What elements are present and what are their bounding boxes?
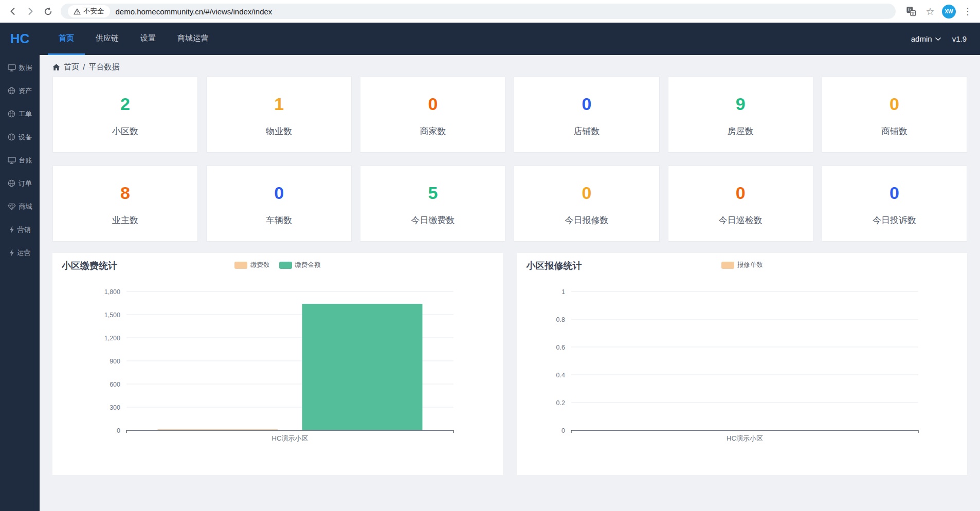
stat-label: 商家数 bbox=[360, 125, 505, 137]
stat-value: 0 bbox=[207, 183, 351, 203]
warning-icon bbox=[74, 8, 81, 15]
charts-row: 小区缴费统计缴费数缴费金额03006009001,2001,5001,800HC… bbox=[52, 253, 967, 475]
sidebar-item-8[interactable]: 运营 bbox=[0, 241, 40, 264]
bar-缴费金额[interactable] bbox=[302, 304, 423, 430]
breadcrumb-current: 平台数据 bbox=[88, 62, 119, 72]
monitor-icon bbox=[8, 157, 16, 164]
nav-tab-3[interactable]: 商城运营 bbox=[167, 23, 219, 55]
legend-item[interactable]: 缴费金额 bbox=[279, 261, 321, 269]
legend-label: 缴费数 bbox=[250, 261, 270, 269]
svg-text:0.8: 0.8 bbox=[556, 316, 565, 323]
browser-actions: G 文 ☆ XW ⋮ bbox=[904, 4, 975, 19]
stat-label: 房屋数 bbox=[668, 125, 813, 137]
stat-value: 8 bbox=[53, 183, 197, 203]
user-name: admin bbox=[911, 34, 932, 43]
legend-item[interactable]: 报修单数 bbox=[721, 261, 763, 269]
svg-text:1,200: 1,200 bbox=[104, 335, 120, 342]
reload-icon bbox=[43, 7, 53, 16]
chart-plot: 03006009001,2001,5001,800HC演示小区 bbox=[52, 280, 503, 472]
browser-chrome: 不安全 demo.homecommunity.cn/#/views/index/… bbox=[0, 0, 980, 23]
svg-text:0.2: 0.2 bbox=[556, 399, 565, 407]
dots-glyph: ⋮ bbox=[963, 6, 972, 17]
back-arrow-icon bbox=[8, 6, 18, 16]
nav-tab-0[interactable]: 首页 bbox=[48, 23, 85, 55]
stat-card-6: 8业主数 bbox=[52, 166, 198, 242]
stat-label: 今日报修数 bbox=[514, 214, 659, 226]
sidebar-item-1[interactable]: 资产 bbox=[0, 79, 40, 102]
bookmark-star-icon[interactable]: ☆ bbox=[923, 4, 937, 19]
stat-card-7: 0车辆数 bbox=[206, 166, 352, 242]
navbar-right: admin v1.9 bbox=[911, 23, 980, 55]
sidebar-item-label: 数据 bbox=[19, 63, 32, 72]
main-layout: 数据资产工单设备台账订单商城营销运营 首页 / 平台数据 2小区数1物业数0商家… bbox=[0, 55, 980, 511]
globe-icon bbox=[8, 179, 15, 187]
svg-text:1,500: 1,500 bbox=[104, 312, 120, 319]
stat-label: 物业数 bbox=[207, 125, 351, 137]
stat-value: 0 bbox=[668, 183, 813, 203]
chart-legend: 报修单数 bbox=[517, 261, 968, 269]
url-text: demo.homecommunity.cn/#/views/index/inde… bbox=[116, 7, 273, 16]
stat-label: 今日投诉数 bbox=[822, 214, 967, 226]
sidebar-item-7[interactable]: 营销 bbox=[0, 218, 40, 241]
sidebar-item-label: 台账 bbox=[19, 156, 32, 165]
security-chip[interactable]: 不安全 bbox=[68, 5, 110, 17]
top-menu: 首页供应链设置商城运营 bbox=[48, 23, 219, 55]
stat-cards: 2小区数1物业数0商家数0店铺数9房屋数0商铺数8业主数0车辆数5今日缴费数0今… bbox=[52, 77, 967, 242]
sidebar-item-3[interactable]: 设备 bbox=[0, 125, 40, 149]
translate-glyph-icon: G 文 bbox=[906, 6, 916, 16]
stat-card-2: 0商家数 bbox=[360, 77, 505, 153]
stat-card-11: 0今日投诉数 bbox=[822, 166, 967, 242]
stat-label: 今日缴费数 bbox=[360, 214, 505, 226]
home-icon bbox=[52, 64, 60, 71]
svg-text:300: 300 bbox=[110, 404, 120, 411]
stat-card-4: 9房屋数 bbox=[668, 77, 813, 153]
legend-item[interactable]: 缴费数 bbox=[234, 261, 270, 269]
svg-text:600: 600 bbox=[110, 381, 120, 388]
app-logo[interactable]: HC bbox=[0, 23, 40, 55]
browser-forward-button[interactable] bbox=[22, 3, 39, 20]
browser-reload-button[interactable] bbox=[39, 3, 57, 20]
chevron-down-icon bbox=[935, 37, 941, 41]
stat-card-10: 0今日巡检数 bbox=[668, 166, 813, 242]
stat-value: 0 bbox=[822, 94, 967, 114]
sidebar-item-6[interactable]: 商城 bbox=[0, 195, 40, 218]
sidebar-item-label: 商城 bbox=[19, 202, 32, 211]
user-dropdown[interactable]: admin bbox=[911, 34, 941, 43]
sidebar-item-label: 订单 bbox=[19, 179, 32, 188]
breadcrumb-home[interactable]: 首页 bbox=[64, 62, 79, 72]
content-area: 首页 / 平台数据 2小区数1物业数0商家数0店铺数9房屋数0商铺数8业主数0车… bbox=[40, 55, 980, 511]
browser-menu-icon[interactable]: ⋮ bbox=[960, 4, 975, 19]
nav-tab-2[interactable]: 设置 bbox=[130, 23, 167, 55]
profile-avatar[interactable]: XW bbox=[942, 5, 956, 19]
bolt-icon bbox=[9, 226, 14, 233]
app-navbar: HC 首页供应链设置商城运营 admin v1.9 bbox=[0, 23, 980, 55]
address-bar[interactable]: 不安全 demo.homecommunity.cn/#/views/index/… bbox=[61, 4, 896, 19]
svg-text:0.4: 0.4 bbox=[556, 372, 565, 379]
stat-card-5: 0商铺数 bbox=[822, 77, 967, 153]
sidebar-item-0[interactable]: 数据 bbox=[0, 56, 40, 79]
stat-label: 车辆数 bbox=[207, 214, 351, 226]
stat-label: 业主数 bbox=[53, 214, 197, 226]
sidebar-item-label: 运营 bbox=[17, 248, 31, 258]
diamond-icon bbox=[8, 203, 16, 210]
translate-icon[interactable]: G 文 bbox=[904, 4, 918, 19]
svg-text:0: 0 bbox=[561, 427, 565, 434]
breadcrumb: 首页 / 平台数据 bbox=[52, 62, 980, 72]
sidebar-item-2[interactable]: 工单 bbox=[0, 102, 40, 125]
legend-swatch bbox=[234, 262, 247, 269]
sidebar: 数据资产工单设备台账订单商城营销运营 bbox=[0, 55, 40, 511]
monitor-icon bbox=[8, 64, 16, 71]
browser-back-button[interactable] bbox=[4, 3, 22, 20]
chart-plot: 00.20.40.60.81HC演示小区 bbox=[517, 280, 968, 472]
x-axis-category-label: HC演示小区 bbox=[272, 434, 308, 442]
security-label: 不安全 bbox=[83, 7, 104, 16]
nav-tab-1[interactable]: 供应链 bbox=[85, 23, 130, 55]
chart-legend: 缴费数缴费金额 bbox=[52, 261, 503, 269]
svg-text:文: 文 bbox=[911, 11, 915, 16]
sidebar-item-5[interactable]: 订单 bbox=[0, 172, 40, 195]
stat-label: 店铺数 bbox=[514, 125, 659, 137]
sidebar-item-label: 资产 bbox=[19, 86, 32, 96]
stat-value: 0 bbox=[822, 183, 967, 203]
stat-label: 商铺数 bbox=[822, 125, 967, 137]
sidebar-item-4[interactable]: 台账 bbox=[0, 149, 40, 172]
